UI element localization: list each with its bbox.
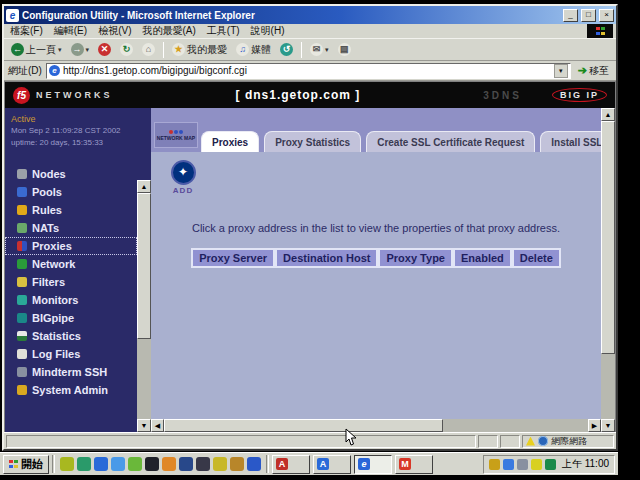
mail-button[interactable]: ✉ ▾	[307, 42, 332, 57]
tray-icon[interactable]	[503, 459, 514, 470]
start-button[interactable]: 開始	[3, 455, 49, 474]
favorites-button[interactable]: ★ 我的最愛	[169, 42, 230, 58]
home-button[interactable]: ⌂	[139, 42, 158, 57]
sidebar-item-label: Monitors	[32, 293, 78, 307]
quick-launch-icon[interactable]	[111, 457, 125, 471]
go-button[interactable]: ➔ 移至	[575, 64, 612, 78]
taskbar-window-button-active[interactable]: e	[354, 455, 392, 474]
url-page-icon: e	[49, 65, 60, 76]
horizontal-scrollbar[interactable]: ◀ ▶	[151, 419, 601, 432]
taskbar-clock[interactable]: 上午 11:00	[559, 457, 609, 471]
sidebar-item-system-admin[interactable]: System Admin	[5, 381, 137, 399]
media-button[interactable]: ♫ 媒體	[233, 42, 274, 58]
network-map-button[interactable]: NETWORK MAP	[154, 122, 198, 148]
close-button[interactable]: ×	[599, 9, 614, 22]
sidebar-scrollbar[interactable]: ▲ ▼	[137, 108, 151, 432]
scrollbar-thumb[interactable]	[601, 121, 615, 354]
back-button[interactable]: ← 上一頁 ▾	[8, 42, 65, 58]
menu-view[interactable]: 檢視(V)	[98, 24, 131, 38]
scroll-left-icon[interactable]: ◀	[151, 419, 164, 432]
taskbar-window-button[interactable]: A	[272, 455, 310, 474]
url-field[interactable]: e http://dns1.getop.com/bigipgui/bigconf…	[46, 63, 571, 79]
sidebar-item-nodes[interactable]: Nodes	[5, 165, 137, 183]
scroll-down-icon[interactable]: ▼	[137, 419, 151, 432]
column-header-delete[interactable]: Delete	[512, 248, 561, 268]
security-zone-pane: 網際網路	[522, 435, 614, 448]
menu-favorites[interactable]: 我的最愛(A)	[142, 24, 195, 38]
taskbar-window-button[interactable]: M	[395, 455, 433, 474]
scroll-right-icon[interactable]: ▶	[588, 419, 601, 432]
scrollbar-thumb[interactable]	[164, 419, 443, 432]
vertical-scrollbar[interactable]: ▲ ▼	[601, 108, 615, 432]
menu-tools[interactable]: 工具(T)	[207, 24, 240, 38]
scrollbar-thumb[interactable]	[137, 193, 151, 339]
maximize-button[interactable]: □	[581, 9, 596, 22]
quick-launch-icon[interactable]	[94, 457, 108, 471]
quick-launch-icon[interactable]	[77, 457, 91, 471]
column-header-destination-host[interactable]: Destination Host	[275, 248, 378, 268]
forward-button[interactable]: → ▾	[68, 42, 93, 57]
address-label: 網址(D)	[8, 64, 42, 78]
tab-create-ssl-certificate-request[interactable]: Create SSL Certificate Request	[366, 131, 535, 152]
menu-file[interactable]: 檔案(F)	[10, 24, 43, 38]
tray-icon[interactable]	[489, 459, 500, 470]
toolbar-separator	[301, 42, 302, 58]
quick-launch-icon[interactable]	[162, 457, 176, 471]
refresh-button[interactable]: ↻	[117, 42, 136, 57]
sidebar-nav: Nodes Pools Rules NATs Proxies Network F…	[5, 165, 137, 399]
add-button[interactable]: ✦ ADD	[167, 160, 199, 195]
url-text[interactable]: http://dns1.getop.com/bigipgui/bigconf.c…	[63, 65, 551, 76]
quick-launch-icon[interactable]	[145, 457, 159, 471]
column-header-enabled[interactable]: Enabled	[453, 248, 512, 268]
tab-proxies[interactable]: Proxies	[201, 131, 259, 152]
quick-launch-icon[interactable]	[213, 457, 227, 471]
tray-icon[interactable]	[531, 459, 542, 470]
mail-dropdown-icon[interactable]: ▾	[325, 46, 329, 54]
sidebar-item-filters[interactable]: Filters	[5, 273, 137, 291]
tab-install-ssl-certificate[interactable]: Install SSL Certif	[540, 131, 601, 152]
url-dropdown-icon[interactable]: ▾	[554, 64, 568, 78]
tray-icon[interactable]	[545, 459, 556, 470]
sidebar-item-nats[interactable]: NATs	[5, 219, 137, 237]
bigpipe-icon	[17, 313, 27, 323]
menu-help[interactable]: 說明(H)	[251, 24, 285, 38]
history-button[interactable]: ↺	[277, 42, 296, 57]
sidebar-item-network[interactable]: Network	[5, 255, 137, 273]
status-pane	[500, 435, 520, 448]
minimize-button[interactable]: _	[563, 9, 578, 22]
quick-launch-icon[interactable]	[230, 457, 244, 471]
main-panel: NETWORK MAP Proxies Proxy Statistics Cre…	[151, 108, 601, 432]
sidebar-item-bigpipe[interactable]: BIGpipe	[5, 309, 137, 327]
scrollbar-track[interactable]	[443, 419, 588, 432]
title-bar[interactable]: e Configuration Utility - Microsoft Inte…	[4, 6, 616, 24]
menu-edit[interactable]: 編輯(E)	[54, 24, 87, 38]
taskbar-window-button[interactable]: A	[313, 455, 351, 474]
scrollbar-track[interactable]	[601, 354, 615, 419]
scroll-up-icon[interactable]: ▲	[137, 180, 151, 193]
sidebar-item-monitors[interactable]: Monitors	[5, 291, 137, 309]
tab-proxy-statistics[interactable]: Proxy Statistics	[264, 131, 361, 152]
history-icon: ↺	[280, 43, 293, 56]
scrollbar-track[interactable]	[137, 339, 151, 419]
forward-dropdown-icon[interactable]: ▾	[86, 46, 90, 54]
quick-launch-icon[interactable]	[179, 457, 193, 471]
quick-launch-icon[interactable]	[60, 457, 74, 471]
sidebar-item-mindterm-ssh[interactable]: Mindterm SSH	[5, 363, 137, 381]
stop-button[interactable]: ✕	[95, 42, 114, 57]
scroll-down-icon[interactable]: ▼	[601, 419, 615, 432]
column-header-proxy-type[interactable]: Proxy Type	[378, 248, 453, 268]
sidebar-item-rules[interactable]: Rules	[5, 201, 137, 219]
scroll-up-icon[interactable]: ▲	[601, 108, 615, 121]
quick-launch-icon[interactable]	[247, 457, 261, 471]
sidebar-item-log-files[interactable]: Log Files	[5, 345, 137, 363]
sidebar-item-pools[interactable]: Pools	[5, 183, 137, 201]
sidebar-item-proxies[interactable]: Proxies	[5, 237, 137, 255]
status-pane	[478, 435, 498, 448]
sidebar-item-statistics[interactable]: Statistics	[5, 327, 137, 345]
print-button[interactable]: ▤	[335, 42, 354, 57]
tray-icon[interactable]	[517, 459, 528, 470]
quick-launch-icon[interactable]	[128, 457, 142, 471]
back-dropdown-icon[interactable]: ▾	[58, 46, 62, 54]
column-header-proxy-server[interactable]: Proxy Server	[191, 248, 275, 268]
quick-launch-icon[interactable]	[196, 457, 210, 471]
